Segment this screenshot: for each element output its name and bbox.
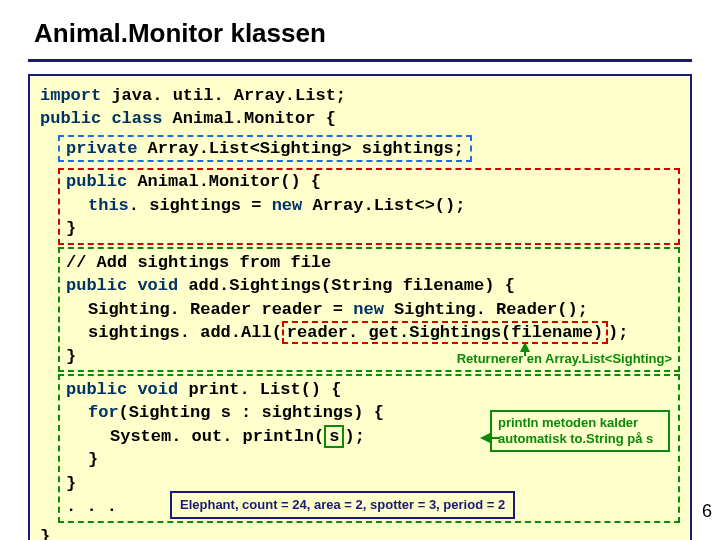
callout-returns: Returnerer en Array.List<Sighting> (457, 350, 672, 368)
code-line: } (40, 525, 680, 540)
constructor-block: public Animal.Monitor() { this. sighting… (58, 168, 680, 244)
printlist-block: public void print. List() { for(Sighting… (58, 374, 680, 523)
addsightings-block: // Add sightings from file public void a… (58, 247, 680, 372)
code-block: import java. util. Array.List; public cl… (28, 74, 692, 540)
slide-title: Animal.Monitor klassen (34, 18, 692, 49)
arrow-stem (488, 437, 500, 439)
callout-elephant: Elephant, count = 24, area = 2, spotter … (170, 491, 515, 519)
divider (28, 59, 692, 62)
callout-println: println metoden kalder automatisk to.Str… (490, 410, 670, 453)
code-line: import java. util. Array.List; (40, 84, 680, 107)
arrow-stem (524, 350, 526, 356)
highlight-s: s (324, 425, 344, 448)
slide: Animal.Monitor klassen import java. util… (0, 0, 720, 540)
field-declaration: private Array.List<Sighting> sightings; (58, 135, 472, 162)
code-line: public class Animal.Monitor { (40, 107, 680, 130)
page-number: 6 (702, 501, 712, 522)
highlight-reader-call: reader. get.Sightings(filename) (282, 321, 608, 344)
